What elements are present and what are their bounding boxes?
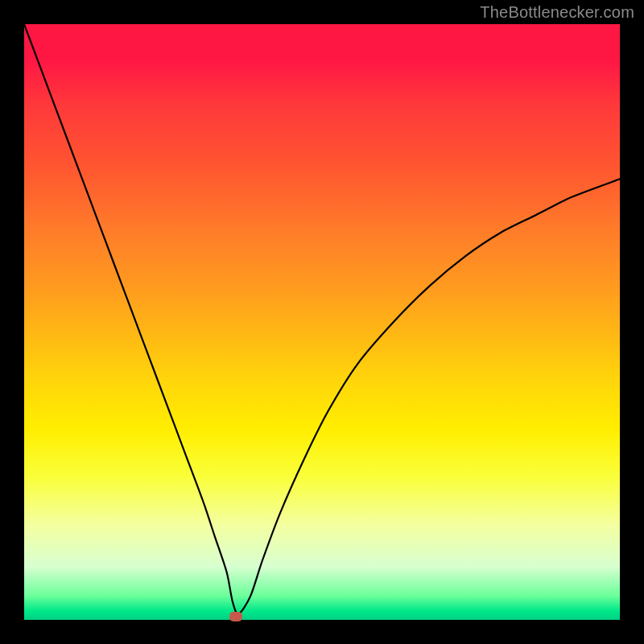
optimal-point-marker xyxy=(229,612,242,621)
chart-frame: TheBottlenecker.com xyxy=(0,0,644,644)
bottleneck-curve xyxy=(24,24,620,620)
watermark-text: TheBottlenecker.com xyxy=(480,3,634,22)
plot-area xyxy=(24,24,620,620)
